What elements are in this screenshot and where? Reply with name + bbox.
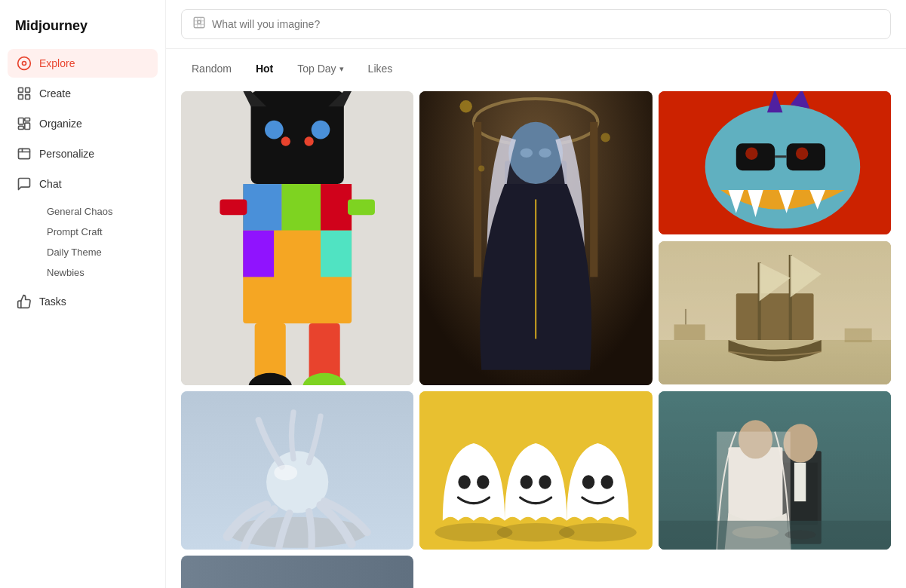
sidebar-item-prompt-craft[interactable]: Prompt Craft xyxy=(39,222,158,242)
chat-icon xyxy=(17,176,32,191)
svg-point-45 xyxy=(601,133,610,142)
svg-rect-4 xyxy=(19,95,23,100)
svg-point-1 xyxy=(23,62,26,66)
sidebar-item-tasks-label: Tasks xyxy=(39,296,66,308)
sidebar-item-newbies[interactable]: Newbies xyxy=(39,262,158,283)
sidebar-item-personalize-label: Personalize xyxy=(39,148,94,160)
svg-rect-5 xyxy=(26,95,30,100)
image-cell-4[interactable] xyxy=(659,241,891,384)
sidebar: Midjourney Explore Create xyxy=(0,0,166,588)
tasks-icon xyxy=(17,294,32,309)
svg-point-44 xyxy=(460,100,472,112)
image-cell-1[interactable] xyxy=(181,91,413,385)
image-cell-3[interactable] xyxy=(659,91,891,234)
svg-point-79 xyxy=(559,523,637,542)
filter-bar: Random Hot Top Day ▾ Likes xyxy=(166,49,906,85)
svg-point-81 xyxy=(477,475,489,488)
image-cell-6[interactable] xyxy=(419,391,652,550)
chevron-down-icon: ▾ xyxy=(339,64,344,74)
svg-point-89 xyxy=(601,475,613,488)
svg-point-80 xyxy=(459,475,471,488)
svg-rect-71 xyxy=(659,241,891,384)
sidebar-item-create[interactable]: Create xyxy=(8,79,158,108)
svg-point-58 xyxy=(745,147,757,159)
svg-point-43 xyxy=(539,149,551,158)
svg-point-75 xyxy=(274,465,297,481)
svg-point-42 xyxy=(521,149,533,158)
svg-rect-3 xyxy=(26,88,30,93)
svg-rect-24 xyxy=(243,184,281,231)
svg-point-0 xyxy=(18,57,31,70)
svg-rect-28 xyxy=(274,231,321,277)
sidebar-item-explore-label: Explore xyxy=(39,57,75,69)
sidebar-item-organize-label: Organize xyxy=(39,118,82,130)
svg-rect-13 xyxy=(194,17,204,28)
sidebar-item-general-chaos[interactable]: General Chaos xyxy=(39,201,158,222)
sidebar-item-daily-theme[interactable]: Daily Theme xyxy=(39,242,158,262)
sidebar-nav: Explore Create xyxy=(0,49,165,316)
svg-rect-6 xyxy=(19,118,24,124)
filter-top-day[interactable]: Top Day ▾ xyxy=(287,58,354,79)
personalize-icon xyxy=(17,146,32,161)
svg-point-21 xyxy=(281,136,290,145)
svg-rect-38 xyxy=(474,122,481,277)
svg-point-19 xyxy=(265,121,284,139)
image-search-icon xyxy=(192,16,206,32)
image-cell-7[interactable] xyxy=(659,391,891,550)
svg-rect-7 xyxy=(25,118,30,121)
sidebar-item-create-label: Create xyxy=(39,87,71,100)
sidebar-item-chat[interactable]: Chat xyxy=(8,170,158,198)
svg-rect-27 xyxy=(243,231,274,277)
svg-rect-9 xyxy=(19,126,24,129)
svg-rect-97 xyxy=(794,463,806,501)
filter-likes[interactable]: Likes xyxy=(358,58,404,79)
sidebar-item-explore[interactable]: Explore xyxy=(8,49,158,78)
svg-point-59 xyxy=(796,147,808,159)
svg-rect-2 xyxy=(19,88,23,93)
svg-rect-31 xyxy=(348,200,375,216)
svg-point-88 xyxy=(582,475,594,488)
search-input[interactable] xyxy=(212,18,880,30)
svg-point-48 xyxy=(705,105,860,228)
svg-point-85 xyxy=(539,475,551,488)
svg-rect-10 xyxy=(19,149,30,158)
filter-random[interactable]: Random xyxy=(181,58,242,79)
main-content: Random Hot Top Day ▾ Likes xyxy=(166,0,906,588)
svg-point-20 xyxy=(312,121,330,139)
svg-rect-39 xyxy=(590,122,597,277)
top-bar xyxy=(166,0,906,49)
image-cell-8[interactable] xyxy=(181,556,413,588)
svg-rect-26 xyxy=(321,184,352,231)
svg-rect-29 xyxy=(321,231,352,277)
create-icon xyxy=(17,86,32,101)
chat-submenu: General Chaos Prompt Craft Daily Theme N… xyxy=(8,201,158,283)
svg-rect-8 xyxy=(25,123,30,129)
svg-point-46 xyxy=(478,165,484,171)
explore-icon xyxy=(17,56,32,71)
svg-point-103 xyxy=(785,530,815,539)
svg-point-22 xyxy=(304,136,313,145)
svg-point-84 xyxy=(521,475,533,488)
svg-point-102 xyxy=(732,526,779,538)
filter-hot[interactable]: Hot xyxy=(245,58,284,79)
sidebar-item-tasks[interactable]: Tasks xyxy=(8,287,158,316)
filter-top-day-label: Top Day xyxy=(297,63,336,75)
organize-icon xyxy=(17,116,32,131)
sidebar-item-organize[interactable]: Organize xyxy=(8,109,158,138)
svg-rect-30 xyxy=(220,200,247,216)
sidebar-item-chat-label: Chat xyxy=(39,178,62,190)
svg-point-41 xyxy=(509,122,564,184)
image-cell-5[interactable] xyxy=(181,391,413,550)
search-box[interactable] xyxy=(181,9,891,39)
svg-rect-25 xyxy=(282,184,321,231)
app-logo: Midjourney xyxy=(0,12,165,49)
sidebar-item-personalize[interactable]: Personalize xyxy=(8,139,158,168)
image-grid xyxy=(166,85,906,588)
image-cell-2[interactable] xyxy=(419,91,652,385)
